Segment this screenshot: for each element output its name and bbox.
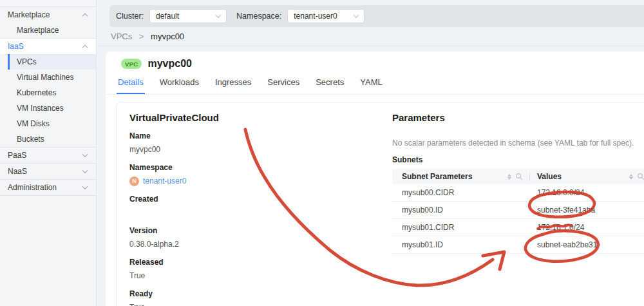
sidebar-item-kubernetes[interactable]: Kubernetes xyxy=(0,85,96,100)
sidebar-section-administration: Administration xyxy=(0,179,96,196)
field-ready: Ready True xyxy=(129,289,368,306)
search-icon[interactable] xyxy=(515,173,523,180)
tab-details[interactable]: Details xyxy=(117,75,145,94)
table-row: mysub01.ID subnet-eab2be31 xyxy=(392,236,644,254)
field-version: Version 0.38.0-alpha.2 xyxy=(129,226,368,249)
sidebar-item-label: VPCs xyxy=(17,57,37,66)
page-title: myvpc00 xyxy=(147,58,192,70)
namespace-link[interactable]: tenant-user0 xyxy=(143,177,186,186)
sidebar-item-label: Marketplace xyxy=(17,26,59,35)
field-label: Namespace xyxy=(129,163,368,173)
field-label: Name xyxy=(129,131,368,141)
sidebar-section-naas: NaaS xyxy=(0,163,96,179)
field-value: myvpc00 xyxy=(129,145,368,155)
cell-param: mysub01.ID xyxy=(392,236,529,253)
chevron-down-icon xyxy=(82,168,88,173)
chevron-down-icon xyxy=(216,13,221,18)
sidebar-item-vm-instances[interactable]: VM Instances xyxy=(0,100,96,116)
cell-value: subnet-eab2be31 xyxy=(529,236,644,253)
sidebar-item-vm-disks[interactable]: VM Disks xyxy=(0,116,96,131)
breadcrumb-separator: > xyxy=(139,32,144,41)
namespace-select-value: tenant-user0 xyxy=(294,12,337,21)
field-value: True xyxy=(129,271,368,281)
parameters-section: Parameters No scalar parameters detected… xyxy=(392,102,644,254)
sidebar: Marketplace Marketplace IaaS VPCs Virtua… xyxy=(0,0,97,306)
field-value: 0.38.0-alpha.2 xyxy=(129,240,368,249)
chevron-up-icon xyxy=(82,14,88,19)
sidebar-section-iaas: IaaS VPCs Virtual Machines Kubernetes VM… xyxy=(0,38,96,147)
cell-param: mysub00.ID xyxy=(392,202,529,218)
section-label: IaaS xyxy=(8,42,24,51)
field-label: Created xyxy=(129,195,368,204)
table-row: mysub00.ID subnet-3fe41aba xyxy=(392,202,644,219)
sidebar-section-header-iaas[interactable]: IaaS xyxy=(0,39,96,54)
sidebar-section-header-administration[interactable]: Administration xyxy=(0,180,96,195)
chevron-down-icon xyxy=(82,184,88,189)
tab-bar: Details Workloads Ingresses Services Sec… xyxy=(106,75,644,95)
cluster-select-value: default xyxy=(156,12,179,21)
sidebar-section-header-marketplace[interactable]: Marketplace xyxy=(0,7,96,23)
sidebar-item-buckets[interactable]: Buckets xyxy=(0,131,96,147)
sort-icon[interactable] xyxy=(629,174,633,180)
sidebar-item-label: Virtual Machines xyxy=(17,73,74,82)
sidebar-item-label: VM Disks xyxy=(17,119,50,128)
breadcrumb-parent-link[interactable]: VPCs xyxy=(111,32,132,41)
namespace-avatar: N xyxy=(129,177,139,186)
field-created: Created xyxy=(129,195,368,218)
sidebar-item-label: Kubernetes xyxy=(17,88,56,97)
sidebar-section-header-naas[interactable]: NaaS xyxy=(0,164,96,179)
sidebar-item-virtual-machines[interactable]: Virtual Machines xyxy=(0,70,96,85)
table-row: mysub00.CIDR 172.16.0.0/24 xyxy=(392,184,644,202)
subnets-label: Subnets xyxy=(392,155,644,164)
tab-workloads[interactable]: Workloads xyxy=(158,75,200,94)
section-label: Marketplace xyxy=(8,10,50,19)
sidebar-item-vpcs[interactable]: VPCs xyxy=(8,54,96,70)
field-value xyxy=(129,208,368,218)
breadcrumb: VPCs > myvpc00 xyxy=(111,28,184,46)
section-label: PaaS xyxy=(8,151,26,160)
sort-icon[interactable] xyxy=(507,174,511,180)
chevron-down-icon xyxy=(82,152,88,157)
cell-value: 172.16.1.0/24 xyxy=(529,219,644,236)
column-header-values: Values xyxy=(537,172,562,181)
main-content-card: VPC myvpc00 Details Workloads Ingresses … xyxy=(106,52,644,306)
field-label: Version xyxy=(129,226,368,236)
cell-param: mysub00.CIDR xyxy=(392,184,529,201)
field-label: Released xyxy=(129,258,368,267)
chevron-down-icon xyxy=(354,13,359,18)
field-namespace: Namespace N tenant-user0 xyxy=(129,163,368,186)
cell-value: 172.16.0.0/24 xyxy=(529,184,644,201)
chevron-up-icon xyxy=(82,45,88,50)
tab-yaml[interactable]: YAML xyxy=(359,75,383,94)
cluster-label: Cluster: xyxy=(116,12,144,21)
table-header-row: Subnet Parameters Values xyxy=(392,169,644,184)
tab-services[interactable]: Services xyxy=(266,75,301,94)
breadcrumb-current: myvpc00 xyxy=(151,32,184,41)
details-heading: VirtualPrivateCloud xyxy=(129,102,368,123)
search-icon[interactable] xyxy=(637,173,644,180)
tab-secrets[interactable]: Secrets xyxy=(314,75,345,94)
sidebar-item-marketplace[interactable]: Marketplace xyxy=(0,23,96,38)
sidebar-section-header-paas[interactable]: PaaS xyxy=(0,148,96,163)
namespace-label: Namespace: xyxy=(236,12,281,21)
section-label: NaaS xyxy=(8,167,27,176)
sidebar-item-label: VM Instances xyxy=(17,104,64,113)
sidebar-section-marketplace: Marketplace Marketplace xyxy=(0,6,96,38)
context-toolbar: Cluster: default Namespace: tenant-user0 xyxy=(109,5,644,27)
namespace-select[interactable]: tenant-user0 xyxy=(287,9,365,23)
cluster-select[interactable]: default xyxy=(149,9,227,23)
column-header-subnet-parameters: Subnet Parameters xyxy=(402,172,472,181)
table-row: mysub01.CIDR 172.16.1.0/24 xyxy=(392,219,644,236)
parameters-note: No scalar parameters detected in schema … xyxy=(392,139,644,148)
field-value: True xyxy=(129,303,368,306)
field-label: Ready xyxy=(129,289,368,299)
subnets-table: Subnet Parameters Values xyxy=(392,169,644,254)
divider xyxy=(97,46,644,46)
field-name: Name myvpc00 xyxy=(129,131,368,155)
cell-value: subnet-3fe41aba xyxy=(529,202,644,218)
vpc-kind-badge: VPC xyxy=(121,59,142,69)
details-panel: VirtualPrivateCloud Name myvpc00 Namespa… xyxy=(116,102,644,306)
tab-ingresses[interactable]: Ingresses xyxy=(214,75,252,94)
cell-param: mysub01.CIDR xyxy=(392,219,529,236)
sidebar-section-paas: PaaS xyxy=(0,147,96,163)
